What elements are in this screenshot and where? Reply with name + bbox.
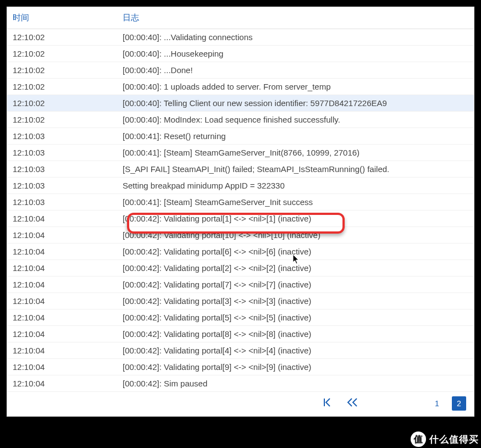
cell-time: 12:10:03: [7, 145, 117, 161]
cell-log: [00:00:41]: Reset() returning: [117, 128, 474, 145]
page-button-1[interactable]: 1: [430, 396, 444, 411]
header-log[interactable]: 日志: [117, 7, 474, 29]
log-table: 时间 日志 12:10:02[00:00:40]: ...Validating …: [7, 7, 474, 392]
cell-time: 12:10:04: [7, 326, 117, 342]
cell-log: [00:00:42]: Validating portal[10] <-> <n…: [117, 227, 474, 244]
pager-prev-icon[interactable]: [346, 398, 358, 410]
table-row[interactable]: 12:10:02[00:00:40]: Telling Client our n…: [7, 95, 474, 112]
table-row[interactable]: 12:10:04[00:00:42]: Sim paused: [7, 375, 474, 392]
cell-log: [00:00:42]: Sim paused: [117, 375, 474, 392]
table-row[interactable]: 12:10:02[00:00:40]: ...Validating connec…: [7, 29, 474, 46]
page-button-2[interactable]: 2: [452, 396, 466, 411]
cell-log: [00:00:42]: Validating portal[7] <-> <ni…: [117, 276, 474, 293]
cell-log: [00:00:42]: Validating portal[5] <-> <ni…: [117, 309, 474, 326]
cell-log: Setting breakpad minidump AppID = 322330: [117, 178, 474, 194]
cell-time: 12:10:03: [7, 161, 117, 178]
table-row[interactable]: 12:10:03[00:00:41]: [Steam] SteamGameSer…: [7, 194, 474, 211]
table-row[interactable]: 12:10:04[00:00:42]: Validating portal[2]…: [7, 260, 474, 276]
cell-log: [00:00:41]: [Steam] SteamGameServer_Init…: [117, 194, 474, 211]
cell-time: 12:10:03: [7, 128, 117, 145]
cell-log: [00:00:42]: Validating portal[3] <-> <ni…: [117, 293, 474, 309]
cell-log: [00:00:40]: ...Done!: [117, 62, 474, 79]
pager-pages: 12: [430, 396, 466, 411]
cell-time: 12:10:04: [7, 293, 117, 309]
table-row[interactable]: 12:10:04[00:00:42]: Validating portal[7]…: [7, 276, 474, 293]
cell-time: 12:10:02: [7, 62, 117, 79]
cell-log: [00:00:40]: ModIndex: Load sequence fini…: [117, 112, 474, 128]
table-row[interactable]: 12:10:02[00:00:40]: ...Done!: [7, 62, 474, 79]
pagination-bar: 12: [7, 392, 474, 416]
cell-log: [00:00:40]: ...Validating connections: [117, 29, 474, 46]
cell-time: 12:10:02: [7, 112, 117, 128]
table-row[interactable]: 12:10:04[00:00:42]: Validating portal[10…: [7, 227, 474, 244]
cell-log: [S_API FAIL] SteamAPI_Init() failed; Ste…: [117, 161, 474, 178]
table-row[interactable]: 12:10:02[00:00:40]: ...Housekeeping: [7, 46, 474, 62]
cell-time: 12:10:02: [7, 95, 117, 112]
log-window: 时间 日志 12:10:02[00:00:40]: ...Validating …: [7, 7, 474, 417]
table-row[interactable]: 12:10:04[00:00:42]: Validating portal[6]…: [7, 244, 474, 260]
cell-time: 12:10:04: [7, 244, 117, 260]
cell-time: 12:10:04: [7, 211, 117, 227]
pager-nav: [323, 398, 358, 410]
cell-time: 12:10:04: [7, 375, 117, 392]
cell-log: [00:00:41]: [Steam] SteamGameServer_Init…: [117, 145, 474, 161]
cell-log: [00:00:40]: ...Housekeeping: [117, 46, 474, 62]
cell-log: [00:00:40]: Telling Client our new sessi…: [117, 95, 474, 112]
cell-time: 12:10:04: [7, 309, 117, 326]
header-time[interactable]: 时间: [7, 7, 117, 29]
cell-log: [00:00:42]: Validating portal[8] <-> <ni…: [117, 326, 474, 342]
cell-log: [00:00:42]: Validating portal[9] <-> <ni…: [117, 359, 474, 375]
cell-log: [00:00:42]: Validating portal[2] <-> <ni…: [117, 260, 474, 276]
table-row[interactable]: 12:10:03[00:00:41]: Reset() returning: [7, 128, 474, 145]
table-row[interactable]: 12:10:03[00:00:41]: [Steam] SteamGameSer…: [7, 145, 474, 161]
table-row[interactable]: 12:10:04[00:00:42]: Validating portal[8]…: [7, 326, 474, 342]
table-row[interactable]: 12:10:04[00:00:42]: Validating portal[3]…: [7, 293, 474, 309]
cell-time: 12:10:04: [7, 359, 117, 375]
cell-time: 12:10:02: [7, 79, 117, 95]
cell-time: 12:10:04: [7, 260, 117, 276]
table-row[interactable]: 12:10:02[00:00:40]: 1 uploads added to s…: [7, 79, 474, 95]
cell-time: 12:10:02: [7, 29, 117, 46]
cell-time: 12:10:04: [7, 276, 117, 293]
table-row[interactable]: 12:10:04[00:00:42]: Validating portal[1]…: [7, 211, 474, 227]
cell-time: 12:10:04: [7, 227, 117, 244]
table-row[interactable]: 12:10:02[00:00:40]: ModIndex: Load seque…: [7, 112, 474, 128]
cell-time: 12:10:03: [7, 178, 117, 194]
cell-time: 12:10:02: [7, 46, 117, 62]
cell-log: [00:00:42]: Validating portal[1] <-> <ni…: [117, 211, 474, 227]
cell-time: 12:10:04: [7, 342, 117, 359]
cell-log: [00:00:42]: Validating portal[6] <-> <ni…: [117, 244, 474, 260]
table-row[interactable]: 12:10:03Setting breakpad minidump AppID …: [7, 178, 474, 194]
pager-first-icon[interactable]: [323, 398, 333, 410]
table-row[interactable]: 12:10:03[S_API FAIL] SteamAPI_Init() fai…: [7, 161, 474, 178]
table-header-row: 时间 日志: [7, 7, 474, 29]
table-row[interactable]: 12:10:04[00:00:42]: Validating portal[5]…: [7, 309, 474, 326]
cell-time: 12:10:03: [7, 194, 117, 211]
cell-log: [00:00:42]: Validating portal[4] <-> <ni…: [117, 342, 474, 359]
table-row[interactable]: 12:10:04[00:00:42]: Validating portal[4]…: [7, 342, 474, 359]
cell-log: [00:00:40]: 1 uploads added to server. F…: [117, 79, 474, 95]
table-row[interactable]: 12:10:04[00:00:42]: Validating portal[9]…: [7, 359, 474, 375]
